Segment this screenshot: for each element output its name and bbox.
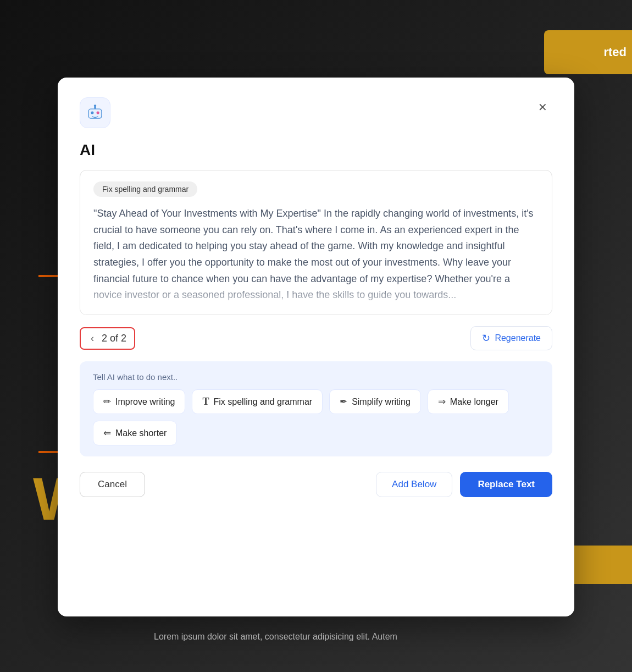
modal-footer: Cancel Add Below Replace Text — [80, 472, 552, 497]
chip-simplify-writing[interactable]: ✒ Simplify writing — [329, 389, 421, 414]
pagination-container: ‹ 2 of 2 — [80, 327, 135, 350]
page-indicator: 2 of 2 — [102, 333, 126, 344]
chip-make-shorter-label: Make shorter — [115, 428, 167, 438]
chip-improve-writing[interactable]: ✏ Improve writing — [93, 389, 185, 414]
make-shorter-icon: ⇐ — [103, 427, 111, 439]
footer-right-actions: Add Below Replace Text — [376, 472, 552, 497]
chip-make-longer-label: Make longer — [450, 397, 498, 407]
regenerate-icon: ↻ — [482, 332, 490, 344]
ai-modal: ✕ AI Fix spelling and grammar "Stay Ahea… — [58, 78, 574, 616]
ai-robot-icon — [86, 103, 104, 122]
suggestions-area: Tell AI what to do next.. ✏ Improve writ… — [80, 361, 552, 456]
simplify-writing-icon: ✒ — [340, 396, 347, 407]
svg-rect-0 — [88, 109, 102, 118]
chip-simplify-writing-label: Simplify writing — [352, 397, 411, 407]
svg-point-2 — [97, 111, 99, 114]
improve-writing-icon: ✏ — [103, 396, 111, 407]
modal-header: ✕ — [80, 97, 552, 128]
fix-spelling-icon: T — [202, 396, 209, 407]
content-tag-badge: Fix spelling and grammar — [93, 181, 197, 197]
content-fade — [80, 282, 552, 315]
svg-point-4 — [94, 104, 96, 107]
suggestions-grid: ✏ Improve writing T Fix spelling and gra… — [93, 389, 539, 445]
content-box: Fix spelling and grammar "Stay Ahead of … — [80, 170, 552, 315]
chip-make-longer[interactable]: ⇒ Make longer — [428, 389, 509, 414]
chip-fix-spelling-label: Fix spelling and grammar — [214, 397, 313, 407]
cancel-button[interactable]: Cancel — [80, 472, 145, 497]
regenerate-button[interactable]: ↻ Regenerate — [470, 326, 552, 350]
pagination-row: ‹ 2 of 2 ↻ Regenerate — [80, 326, 552, 350]
make-longer-icon: ⇒ — [438, 396, 446, 407]
ai-icon-wrapper — [80, 97, 110, 128]
svg-point-1 — [91, 111, 93, 114]
modal-backdrop: ✕ AI Fix spelling and grammar "Stay Ahea… — [0, 0, 632, 672]
add-below-button[interactable]: Add Below — [376, 472, 452, 497]
regenerate-label: Regenerate — [495, 333, 541, 343]
close-icon: ✕ — [538, 101, 547, 114]
prev-page-button[interactable]: ‹ — [88, 333, 96, 344]
chip-fix-spelling[interactable]: T Fix spelling and grammar — [192, 389, 323, 414]
close-button[interactable]: ✕ — [533, 97, 552, 117]
chip-improve-writing-label: Improve writing — [115, 397, 175, 407]
replace-text-button[interactable]: Replace Text — [460, 472, 552, 497]
modal-title: AI — [80, 141, 552, 159]
suggestions-label: Tell AI what to do next.. — [93, 372, 539, 382]
chip-make-shorter[interactable]: ⇐ Make shorter — [93, 421, 177, 445]
